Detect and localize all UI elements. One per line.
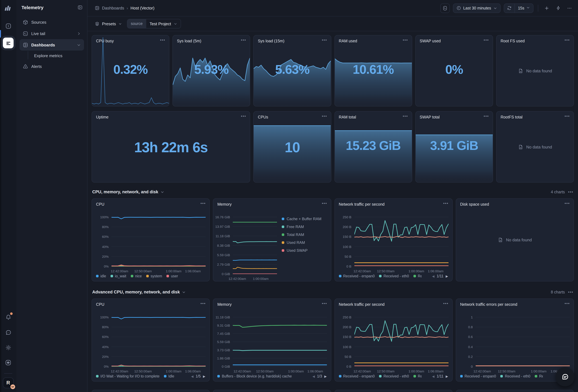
sidebar-item-sources[interactable]: Sources: [20, 16, 84, 28]
sidebar-item-explore-metrics[interactable]: Explore metrics: [20, 50, 84, 61]
terminal-panel-button[interactable]: [440, 3, 450, 13]
card-menu-button[interactable]: •••: [443, 302, 448, 305]
page-prev-button[interactable]: ◀: [191, 375, 193, 378]
x-axis: 12:42:00am1:00:00am: [233, 275, 277, 281]
presets-dropdown[interactable]: Presets: [95, 21, 122, 26]
page-prev-button[interactable]: ◀: [312, 375, 315, 378]
legend-item[interactable]: Buffers - Block device (e.g. harddisk) c…: [217, 374, 292, 378]
card-menu-button[interactable]: •••: [322, 39, 327, 41]
refresh-interval-select[interactable]: 15s: [515, 4, 533, 12]
card-menu-button[interactable]: •••: [241, 115, 246, 117]
card-menu-button[interactable]: •••: [200, 302, 206, 305]
chart-plot[interactable]: [233, 316, 327, 368]
legend-item[interactable]: Re: [535, 374, 543, 378]
theme-sun-icon[interactable]: [3, 342, 14, 353]
lightning-button[interactable]: [554, 4, 562, 12]
avatar-badge: NF: [10, 385, 15, 389]
section-toggle[interactable]: CPU, memory, network, and disk: [92, 190, 164, 194]
legend-item[interactable]: Used SWAP: [282, 248, 327, 253]
legend-item[interactable]: Received - erspan0: [460, 374, 496, 378]
card-title: RAM total: [339, 115, 356, 119]
brand-logo-icon[interactable]: [3, 3, 13, 13]
card-title: Disk space used: [460, 202, 489, 207]
page-next-button[interactable]: ▶: [203, 375, 205, 378]
alert-triangle-icon: [23, 64, 28, 69]
card-menu-button[interactable]: •••: [241, 39, 246, 41]
help-chat-fab[interactable]: [556, 367, 575, 386]
no-data-label: No data found: [526, 145, 552, 149]
legend-item[interactable]: Cache + Buffer RAM: [282, 217, 327, 221]
legend-item[interactable]: io_wait: [110, 274, 126, 278]
sidebar-collapse-icon[interactable]: [77, 4, 83, 10]
chart-plot[interactable]: [354, 215, 448, 268]
legend-item[interactable]: I/O Wait - Waiting for I/O to complete: [96, 374, 159, 378]
card-menu-button[interactable]: •••: [160, 39, 165, 41]
chart-legend: Buffers - Block device (e.g. harddisk) c…: [213, 374, 331, 381]
card-menu-button[interactable]: •••: [483, 39, 489, 41]
add-panel-button[interactable]: [543, 4, 551, 12]
card-menu-button[interactable]: •••: [403, 39, 408, 41]
chart-plot[interactable]: [111, 215, 206, 268]
page-next-button[interactable]: ▶: [324, 375, 327, 378]
sidebar-item-live-tail[interactable]: Live tail: [20, 28, 84, 39]
more-options-button[interactable]: [565, 4, 574, 12]
avatar[interactable]: R NF: [3, 378, 14, 388]
chart-plot[interactable]: [233, 215, 277, 275]
card-menu-button[interactable]: •••: [565, 39, 570, 41]
sidebar-item-alerts[interactable]: Alerts: [20, 61, 84, 72]
chevron-down-icon: [118, 22, 122, 25]
card-menu-button[interactable]: •••: [565, 202, 570, 205]
section-menu-button[interactable]: •••: [568, 191, 573, 193]
card-menu-button[interactable]: •••: [322, 115, 327, 117]
chevron-down-icon: [526, 6, 530, 10]
stat-value: 10: [254, 139, 331, 156]
flash-icon[interactable]: [3, 21, 14, 31]
legend-item[interactable]: nice: [131, 274, 142, 278]
page-prev-button[interactable]: ◀: [432, 274, 434, 278]
section-menu-button[interactable]: •••: [568, 291, 573, 293]
chart-plot[interactable]: [111, 316, 206, 368]
legend-item[interactable]: idle: [96, 274, 106, 278]
legend-item[interactable]: Idle: [164, 374, 174, 378]
layers-icon: [95, 21, 99, 26]
legend-item[interactable]: Re: [413, 374, 422, 378]
legend-item[interactable]: Re: [413, 274, 422, 278]
time-range-select[interactable]: Last 30 minutes: [453, 3, 501, 13]
card-menu-button[interactable]: •••: [483, 115, 489, 117]
legend-item[interactable]: Received - erspan0: [339, 274, 375, 278]
command-menu-icon[interactable]: [3, 357, 14, 368]
chart-legend: Received - erspan0 Received - eth0 Re ◀1…: [335, 274, 452, 281]
card-menu-button[interactable]: •••: [322, 302, 327, 305]
chart-plot[interactable]: [476, 316, 570, 368]
legend-item[interactable]: user: [167, 274, 178, 278]
legend-item[interactable]: Received - eth0: [500, 374, 530, 378]
card-menu-button[interactable]: •••: [322, 202, 327, 205]
card-menu-button[interactable]: •••: [565, 302, 570, 305]
card-menu-button[interactable]: •••: [443, 202, 448, 205]
legend-item[interactable]: system: [146, 274, 162, 278]
notifications-bell-icon[interactable]: [3, 312, 14, 323]
page-prev-button[interactable]: ◀: [432, 375, 434, 378]
card-menu-button[interactable]: •••: [200, 202, 206, 205]
chat-icon[interactable]: [3, 327, 14, 338]
page-next-button[interactable]: ▶: [446, 274, 448, 278]
source-filter[interactable]: source Test Project: [127, 19, 181, 28]
stat-card-uptime: Uptime••• 13h 22m 6s: [92, 111, 250, 183]
legend-item[interactable]: Used RAM: [282, 240, 327, 245]
sidebar-item-dashboards[interactable]: Dashboards: [20, 39, 84, 50]
section-toggle[interactable]: Advanced CPU, memory, network, and disk: [92, 290, 186, 294]
legend-item[interactable]: Received - erspan0: [339, 374, 375, 378]
card-title: CPUs: [258, 115, 268, 119]
filter-value: Test Project: [149, 21, 171, 26]
legend-item[interactable]: Received - eth0: [379, 274, 409, 278]
card-menu-button[interactable]: •••: [403, 115, 408, 117]
refresh-button[interactable]: [504, 4, 515, 12]
page-next-button[interactable]: ▶: [446, 375, 448, 378]
card-menu-button[interactable]: •••: [565, 115, 570, 117]
legend-item[interactable]: Received - eth0: [379, 374, 409, 378]
breadcrumb-root[interactable]: Dashboards: [102, 6, 124, 10]
legend-item[interactable]: Free RAM: [282, 225, 327, 229]
legend-item[interactable]: Total RAM: [282, 233, 327, 237]
chart-plot[interactable]: [354, 316, 448, 368]
telemetry-app-icon[interactable]: [3, 38, 14, 48]
